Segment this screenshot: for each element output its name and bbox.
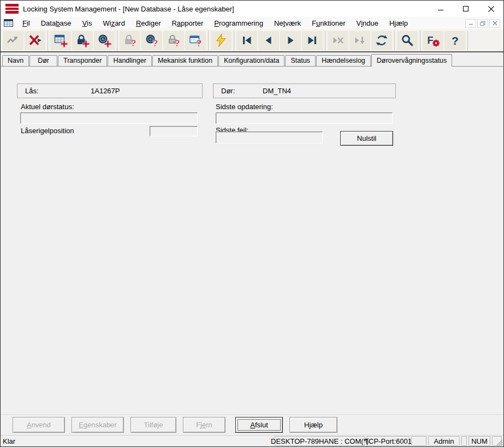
window-title: Locking System Management - [New Databas…	[23, 5, 234, 13]
toolbar-separator	[234, 31, 234, 51]
nav-first-icon	[240, 33, 254, 47]
toolbar-button-refresh[interactable]	[371, 31, 392, 50]
tab-konfiguration-data[interactable]: Konfiguration/data	[218, 55, 284, 66]
toolbar-separator	[394, 31, 395, 51]
mdi-restore-icon	[480, 21, 485, 26]
menu-item-vis[interactable]: Vis	[76, 17, 97, 29]
svg-text:F: F	[428, 35, 434, 46]
tab-haendelseslog[interactable]: Hændelseslog	[316, 55, 371, 66]
remove-button[interactable]: Fjern	[183, 417, 226, 433]
mdi-minimize-button[interactable]	[465, 19, 476, 28]
toolbar-button-read-transponder[interactable]: ?	[141, 31, 162, 50]
toolbar-button-read-lock[interactable]: ?	[120, 31, 140, 50]
toolbar-button-disconnect[interactable]	[25, 31, 45, 50]
toolbar-button-undo[interactable]	[3, 31, 23, 50]
menu-item-netvaerk[interactable]: Netværk	[269, 17, 306, 29]
toolbar-button-nav-first[interactable]	[236, 31, 257, 50]
toolbar: ? ? ? ? F ?	[1, 29, 503, 52]
tab-handlinger[interactable]: Handlinger	[108, 55, 151, 66]
toolbar-button-new-matrix[interactable]	[50, 31, 71, 50]
menu-item-programmering[interactable]: Programmering	[209, 17, 269, 29]
toolbar-button-cancel-record[interactable]	[328, 31, 348, 50]
tab-doerovervaagningsstatus[interactable]: Dørovervågningsstatus	[371, 54, 453, 67]
last-error-field[interactable]	[216, 132, 323, 144]
matrix-add-icon	[54, 33, 68, 47]
svg-text:?: ?	[152, 38, 158, 47]
menu-item-vindue[interactable]: Vindue	[351, 17, 383, 29]
toolbar-button-search[interactable]	[397, 31, 418, 50]
toolbar-separator	[48, 31, 48, 51]
toolbar-separator	[117, 31, 117, 51]
toolbar-button-new-lock[interactable]	[72, 31, 93, 50]
status-user: Admin	[428, 436, 460, 446]
close-button[interactable]	[478, 1, 503, 17]
toolbar-button-functions[interactable]: F	[423, 31, 443, 50]
mdi-minimize-icon	[469, 21, 473, 26]
footer-button-bar: Anvend Egenskaber Tilføje Fjern Afslut H…	[1, 414, 503, 435]
svg-text:?: ?	[196, 38, 201, 47]
disconnect-icon	[28, 33, 42, 47]
status-tcp-port: TCP-Port:6001	[366, 436, 410, 446]
status-empty-panel	[411, 436, 426, 446]
properties-button[interactable]: Egenskaber	[72, 417, 124, 433]
resize-grip[interactable]	[495, 438, 503, 446]
program-flash-icon	[214, 33, 228, 47]
tab-doer[interactable]: Dør	[29, 55, 57, 66]
menu-item-funktioner[interactable]: Funktioner	[306, 17, 351, 29]
tab-transponder[interactable]: Transponder	[58, 55, 107, 66]
current-door-status-field[interactable]	[20, 112, 198, 124]
door-monitoring-panel: Lås: 1A1267P Dør: DM_TN4 Aktuel dørstatu…	[1, 67, 503, 414]
status-num-lock: NUM	[469, 436, 490, 446]
menubar: Fil Database Vis Wizard Rediger Rapporte…	[1, 17, 503, 29]
maximize-button[interactable]	[453, 1, 478, 17]
tab-strip: Navn Dør Transponder Handlinger Mekanisk…	[1, 52, 503, 67]
lock-value: 1A1267P	[91, 87, 120, 95]
current-door-status-label: Aktuel dørstatus:	[21, 103, 74, 111]
toolbar-button-nav-prev[interactable]	[258, 31, 279, 50]
functions-settings-icon: F	[426, 33, 440, 47]
help-button[interactable]: Hjælp	[289, 417, 337, 433]
transponder-add-icon	[97, 33, 111, 47]
apply-record-icon	[353, 33, 367, 47]
lock-read-icon: ?	[123, 33, 137, 47]
toolbar-button-read-window[interactable]: ?	[185, 31, 206, 50]
tab-mekanisk-funktion[interactable]: Mekanisk funktion	[152, 55, 218, 66]
undo-icon	[6, 33, 20, 47]
menu-item-database[interactable]: Database	[35, 17, 77, 29]
exit-button[interactable]: Afslut	[235, 417, 283, 433]
menu-item-rediger[interactable]: Rediger	[131, 17, 167, 29]
minimize-icon	[437, 5, 444, 12]
svg-text:?: ?	[131, 38, 136, 47]
transponder-read-icon: ?	[145, 33, 159, 47]
toolbar-button-apply-record[interactable]	[349, 31, 370, 50]
lock-groupbox: Lås: 1A1267P	[17, 84, 203, 98]
toolbar-button-program[interactable]	[211, 31, 232, 50]
last-update-field[interactable]	[216, 112, 393, 124]
apply-button[interactable]: Anvend	[13, 417, 65, 433]
cancel-record-icon	[331, 33, 345, 47]
mdi-restore-button[interactable]	[477, 19, 488, 28]
toolbar-button-nav-last[interactable]	[302, 31, 323, 50]
bolt-position-field[interactable]	[150, 126, 198, 136]
tab-status[interactable]: Status	[285, 55, 315, 66]
window-read-icon: ?	[188, 33, 203, 47]
menu-item-wizard[interactable]: Wizard	[97, 17, 130, 29]
statusbar: Klar DESKTOP-789HANE : COM(*) TCP-Port:6…	[1, 435, 503, 446]
toolbar-button-help[interactable]: ?	[444, 31, 465, 50]
tab-navn[interactable]: Navn	[2, 55, 29, 66]
menu-item-fil[interactable]: Fil	[17, 17, 35, 29]
menu-item-hjaelp[interactable]: Hjælp	[384, 17, 413, 29]
toolbar-button-nav-next[interactable]	[280, 31, 301, 50]
reset-button[interactable]: Nulstil	[340, 131, 393, 146]
minimize-button[interactable]	[428, 1, 453, 17]
add-button[interactable]: Tilføje	[131, 417, 176, 433]
mdi-close-button[interactable]	[489, 19, 500, 28]
menu-item-rapporter[interactable]: Rapporter	[166, 17, 209, 29]
toolbar-button-read-lock-config[interactable]: ?	[163, 31, 184, 50]
search-icon	[400, 33, 414, 47]
lock-label: Lås:	[25, 87, 39, 95]
toolbar-separator	[420, 31, 420, 51]
bolt-position-label: Låserigelposition	[21, 127, 74, 135]
close-icon	[488, 5, 495, 13]
toolbar-button-new-transponder[interactable]	[94, 31, 115, 50]
